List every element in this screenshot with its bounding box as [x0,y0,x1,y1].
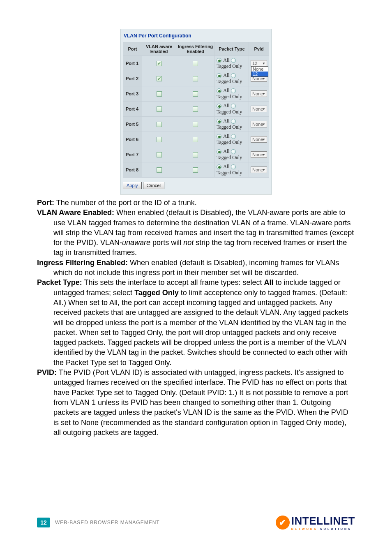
packet-all-radio[interactable] [217,134,221,139]
pvid-select[interactable]: None▼ [251,166,267,173]
pvid-select[interactable]: None▼ [251,136,267,143]
ingress-filtering-checkbox[interactable] [193,152,198,157]
brand-logo: ✔ INTELLINET NETWORK SOLUTIONS [276,515,355,530]
col-ingress: Ingress Filtering Enabled [176,42,215,56]
apply-button[interactable]: Apply [123,182,142,189]
vlan-aware-checkbox[interactable] [157,152,162,157]
table-row: Port 6 All Tagged OnlyNone▼ [123,132,269,147]
term-port: Port: [37,199,54,207]
vlan-table: Port VLAN aware Enabled Ingress Filterin… [123,42,269,178]
port-label: Port 5 [123,117,142,132]
pvid-dropdown[interactable]: None12 [251,66,268,77]
vlan-aware-checkbox[interactable] [157,137,162,142]
chevron-down-icon: ▼ [262,168,265,172]
port-label: Port 7 [123,147,142,162]
pvid-select[interactable]: 12▼None12 [251,60,267,67]
pvid-select[interactable]: None▼ [251,90,267,97]
packet-tagged-radio[interactable] [231,149,236,154]
document-body: Port: The number of the port or the ID o… [0,198,392,437]
vlan-aware-checkbox[interactable] [157,122,162,127]
table-row: Port 5 All Tagged OnlyNone▼ [123,117,269,132]
col-pvid: Pvid [249,42,269,56]
table-row: Port 3 All Tagged OnlyNone▼ [123,86,269,102]
col-port: Port [123,42,142,56]
col-aware: VLAN aware Enabled [142,42,176,56]
packet-all-radio[interactable] [217,88,221,93]
packet-all-radio[interactable] [217,73,221,78]
ingress-filtering-checkbox[interactable] [193,106,198,112]
ingress-filtering-checkbox[interactable] [193,76,198,81]
packet-all-radio[interactable] [217,164,221,169]
packet-tagged-radio[interactable] [231,58,236,63]
pvid-option[interactable]: 12 [251,72,268,76]
packet-tagged-radio[interactable] [231,119,236,124]
page-footer: 12 WEB-BASED BROWSER MANAGEMENT ✔ INTELL… [0,515,392,530]
table-row: Port 8 All Tagged OnlyNone▼ [123,162,269,178]
ingress-filtering-checkbox[interactable] [193,137,198,142]
brand-name: INTELLINET [291,515,355,527]
packet-all-radio[interactable] [217,58,221,63]
para-pvid: PVID: The PVID (Port VLAN ID) is associa… [37,368,355,437]
packet-tagged-radio[interactable] [231,164,236,169]
pvid-select[interactable]: None▼ [251,151,267,158]
para-packet: Packet Type: This sets the interface to … [37,278,355,368]
para-ingress: Ingress Filtering Enabled: When enabled … [37,258,355,278]
table-row: Port 4 All Tagged OnlyNone▼ [123,102,269,117]
vlan-aware-checkbox[interactable] [157,167,162,173]
ingress-filtering-checkbox[interactable] [193,91,198,97]
packet-all-radio[interactable] [217,104,221,109]
port-label: Port 8 [123,162,142,178]
chevron-down-icon: ▼ [262,153,265,157]
table-row: Port 2 All Tagged OnlyNone▼ [123,71,269,86]
packet-tagged-radio[interactable] [231,88,236,93]
col-packet: Packet Type [215,42,249,56]
chevron-down-icon: ▼ [262,92,265,96]
chevron-down-icon: ▼ [262,107,265,111]
packet-tagged-radio[interactable] [231,73,236,78]
packet-all-radio[interactable] [217,149,221,154]
vlan-config-panel: VLAN Per Port Configuration Port VLAN aw… [120,29,272,194]
vlan-aware-checkbox[interactable] [157,76,162,81]
brand-mark-icon: ✔ [276,516,290,530]
packet-tagged-radio[interactable] [231,134,236,139]
chevron-down-icon: ▼ [262,62,265,65]
port-label: Port 4 [123,102,142,117]
chevron-down-icon: ▼ [262,138,265,141]
vlan-aware-checkbox[interactable] [157,61,162,66]
text-port: The number of the port or the ID of a tr… [54,199,197,207]
port-label: Port 1 [123,56,142,71]
ingress-filtering-checkbox[interactable] [193,122,198,127]
chevron-down-icon: ▼ [262,77,265,81]
ingress-filtering-checkbox[interactable] [193,167,198,173]
chevron-down-icon: ▼ [262,123,265,126]
term-pvid: PVID: [37,368,57,377]
term-aware: VLAN Aware Enabled: [37,208,114,217]
table-row: Port 1 All Tagged Only12▼None12 [123,56,269,71]
cancel-button[interactable]: Cancel [143,182,164,189]
vlan-aware-checkbox[interactable] [157,91,162,97]
para-port: Port: The number of the port or the ID o… [37,198,355,208]
pvid-select[interactable]: None▼ [251,121,267,127]
panel-title: VLAN Per Port Configuration [123,32,269,42]
pvid-option[interactable]: None [251,67,268,72]
packet-tagged-radio[interactable] [231,104,236,109]
packet-all-radio[interactable] [217,119,221,124]
para-aware: VLAN Aware Enabled: When enabled (defaul… [37,208,355,257]
port-label: Port 6 [123,132,142,147]
page-number: 12 [37,518,50,527]
vlan-aware-checkbox[interactable] [157,106,162,112]
term-ingress: Ingress Filtering Enabled: [37,259,128,267]
term-packet: Packet Type: [37,278,82,287]
port-label: Port 2 [123,71,142,86]
port-label: Port 3 [123,86,142,102]
table-row: Port 7 All Tagged OnlyNone▼ [123,147,269,162]
footer-section: WEB-BASED BROWSER MANAGEMENT [55,520,160,525]
pvid-select[interactable]: None▼ [251,106,267,112]
ingress-filtering-checkbox[interactable] [193,61,198,66]
